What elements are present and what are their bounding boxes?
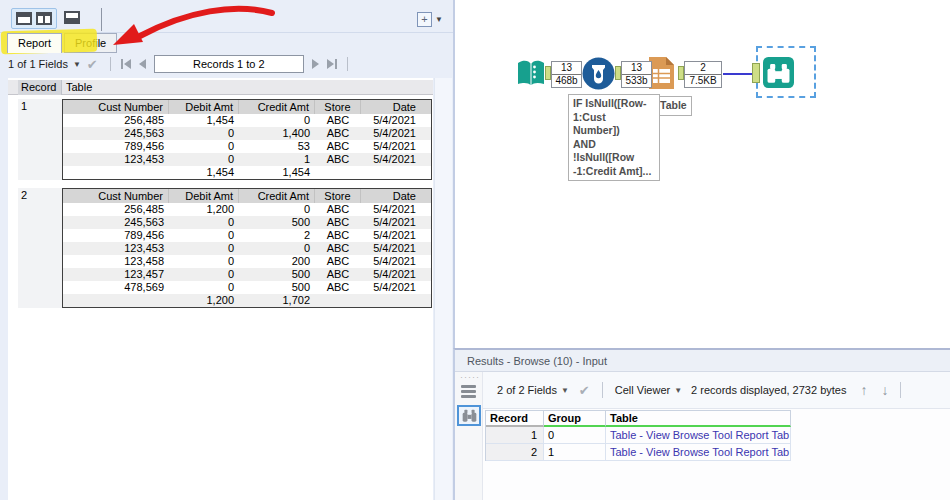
table-row: 123,457 0 500 ABC 5/4/2021 — [63, 268, 431, 281]
table-row: 123,453 0 0 ABC 5/4/2021 — [63, 242, 431, 255]
records-status-text: 2 records displayed, 2732 bytes — [691, 384, 846, 396]
cell-viewer-dropdown[interactable]: Cell Viewer — [615, 384, 670, 396]
table-row: 245,563 0 500 ABC 5/4/2021 — [63, 216, 431, 229]
col-header: Debit Amt — [169, 189, 239, 203]
cell — [361, 166, 420, 179]
cell: 0 — [169, 255, 239, 268]
workflow-canvas[interactable]: 13 468b 13 533b 2 — [453, 0, 950, 348]
cell: 5/4/2021 — [361, 255, 420, 268]
report-tab-link[interactable]: Table - View Browse Tool Report Tab — [606, 427, 791, 444]
table-row: 478,569 0 500 ABC 5/4/2021 — [63, 281, 431, 294]
last-record-button[interactable] — [327, 59, 337, 69]
table-total-row: 1,454 1,454 — [63, 166, 431, 179]
col-header: Store — [315, 189, 361, 203]
group-value: 0 — [544, 427, 606, 444]
record-count: 13 — [622, 62, 651, 75]
table-row: 789,456 0 2 ABC 5/4/2021 — [63, 229, 431, 242]
results-row: 2 1 Table - View Browse Tool Report Tab — [486, 444, 791, 461]
first-record-button[interactable] — [121, 59, 131, 69]
data-size: 468b — [552, 75, 581, 87]
single-pane-layout-button[interactable] — [16, 12, 32, 25]
input-anchor[interactable] — [752, 63, 760, 83]
cell: 123,458 — [63, 255, 169, 268]
separator — [900, 382, 901, 398]
cell: 1,400 — [239, 127, 315, 140]
data-size: 533b — [622, 75, 651, 87]
vertical-split-layout-button[interactable] — [36, 12, 52, 25]
record-band — [18, 188, 62, 308]
table-header-row: Cust Number Debit Amt Credit Amt Store D… — [63, 100, 431, 114]
cell — [361, 294, 420, 307]
cell: ABC — [315, 203, 361, 216]
cell: 256,485 — [63, 203, 169, 216]
cell: 0 — [169, 127, 239, 140]
records-range-box[interactable]: Records 1 to 2 — [154, 55, 304, 73]
apply-checkmark-icon[interactable]: ✔ — [579, 383, 590, 398]
open-new-window-button[interactable]: + ▼ — [417, 11, 447, 27]
chevron-down-icon[interactable]: ▼ — [674, 386, 682, 395]
separator — [602, 382, 603, 398]
cell: 0 — [169, 268, 239, 281]
cell: 5/4/2021 — [361, 140, 420, 153]
record-id: 2 — [21, 189, 27, 201]
report-tab-link[interactable]: Table - View Browse Tool Report Tab — [606, 444, 791, 461]
col-header-record[interactable]: Record — [486, 411, 544, 427]
connection-line[interactable] — [723, 73, 754, 75]
cell: 123,457 — [63, 268, 169, 281]
results-header-row: Record Group Table — [486, 411, 791, 427]
chevron-down-icon[interactable]: ▼ — [561, 386, 569, 395]
table-tool-annotation[interactable]: Table — [655, 96, 692, 116]
formula-annotation[interactable]: IF IsNull([Row- 1:Cust Number]) AND !IsN… — [568, 94, 660, 181]
table-row: 789,456 0 53 ABC 5/4/2021 — [63, 140, 431, 153]
browse-report-panel: + ▼ Report Profile 1 of 1 Fields ▼ ✔ Rec… — [0, 0, 453, 500]
cell: 245,563 — [63, 216, 169, 229]
connection-badge-2: 13 533b — [621, 61, 652, 88]
input-data-tool[interactable] — [516, 58, 546, 92]
col-header: Date — [361, 100, 420, 114]
report-scrollbar[interactable] — [434, 78, 452, 500]
record-count: 13 — [552, 62, 581, 75]
up-arrow-button[interactable]: ↑ — [860, 382, 867, 398]
cell: ABC — [315, 127, 361, 140]
cell: ABC — [315, 153, 361, 166]
col-header: Credit Amt — [239, 100, 315, 114]
data-view-button[interactable] — [461, 383, 476, 400]
cell: 500 — [239, 281, 315, 294]
col-header: Store — [315, 100, 361, 114]
cell: 5/4/2021 — [361, 281, 420, 294]
apply-checkmark-icon[interactable]: ✔ — [87, 57, 98, 72]
report-content-area: Record Table 1 Cust Number Debit Amt Cre… — [8, 78, 433, 500]
fields-dropdown[interactable]: 2 of 2 Fields — [497, 384, 557, 396]
cell: 5/4/2021 — [361, 114, 420, 127]
fields-dropdown[interactable]: 1 of 1 Fields — [8, 58, 68, 70]
cell: 789,456 — [63, 140, 169, 153]
tab-report[interactable]: Report — [7, 33, 62, 53]
drag-handle[interactable]: ····· — [460, 372, 480, 382]
browse-tool[interactable] — [763, 57, 794, 92]
cell: ABC — [315, 114, 361, 127]
cell: 5/4/2021 — [361, 203, 420, 216]
down-arrow-button[interactable]: ↓ — [881, 382, 888, 398]
results-sidebar: ····· — [455, 372, 483, 500]
cell: 53 — [239, 140, 315, 153]
browse-view-button[interactable] — [457, 405, 481, 426]
cell: ABC — [315, 242, 361, 255]
table-row: 245,563 0 1,400 ABC 5/4/2021 — [63, 127, 431, 140]
previous-record-button[interactable] — [139, 59, 146, 69]
cell: 0 — [169, 229, 239, 242]
col-header: Date — [361, 189, 420, 203]
next-record-button[interactable] — [312, 59, 319, 69]
cell: ABC — [315, 140, 361, 153]
col-header-table[interactable]: Table — [606, 411, 791, 427]
results-panel: Results - Browse (10) - Input ····· 2 of… — [453, 348, 950, 500]
col-header: Cust Number — [63, 189, 169, 203]
chevron-down-icon[interactable]: ▼ — [73, 60, 81, 69]
table-total-row: 1,200 1,702 — [63, 294, 431, 307]
cell: 5/4/2021 — [361, 229, 420, 242]
horizontal-split-layout-button[interactable] — [64, 11, 80, 24]
results-table: Record Group Table 1 0 Table - View Brow… — [485, 410, 791, 461]
col-header-group[interactable]: Group — [544, 411, 606, 427]
cell: 500 — [239, 216, 315, 229]
multi-row-formula-tool[interactable] — [582, 57, 615, 94]
separator — [110, 57, 111, 71]
